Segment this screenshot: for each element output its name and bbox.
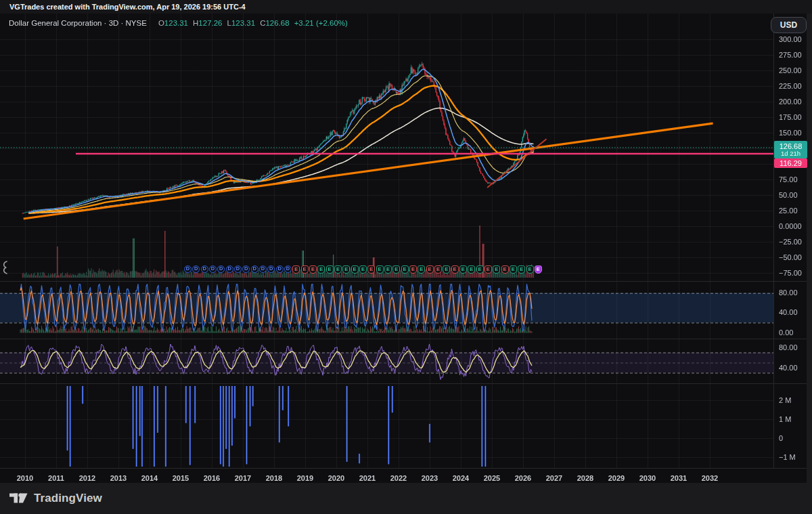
- axis-tick-label: 275.00: [779, 51, 802, 59]
- ohlc-letter: O: [158, 19, 164, 27]
- year-label: 2032: [696, 474, 723, 482]
- axis-tick-label: 250.00: [779, 66, 802, 74]
- axis-tick-label: 50.00: [779, 191, 798, 199]
- year-label: 2031: [665, 474, 692, 482]
- year-label: 2014: [136, 474, 163, 482]
- tradingview-logo-icon[interactable]: [9, 492, 28, 505]
- year-label: 2015: [167, 474, 194, 482]
- dividend-badge[interactable]: D: [251, 265, 258, 273]
- earnings-badge[interactable]: E: [334, 265, 342, 274]
- earnings-badge[interactable]: E: [376, 265, 384, 274]
- dividend-badge[interactable]: D: [242, 265, 250, 273]
- dividend-badge[interactable]: D: [259, 265, 267, 273]
- dividend-badge[interactable]: D: [209, 265, 217, 273]
- footer-bar: TradingView: [0, 483, 812, 514]
- earnings-badge[interactable]: E: [418, 265, 425, 274]
- earnings-badge[interactable]: E: [518, 265, 525, 274]
- year-label: 2020: [323, 474, 350, 482]
- year-label: 2022: [385, 474, 412, 482]
- earnings-badge[interactable]: E: [451, 265, 459, 274]
- year-label: 2012: [74, 474, 101, 482]
- axis-tick-label: 225.00: [779, 82, 802, 90]
- earnings-badge[interactable]: E: [535, 265, 542, 274]
- tradingview-brand[interactable]: TradingView: [34, 492, 102, 505]
- earnings-badge[interactable]: E: [468, 265, 475, 274]
- axis-tick-label: 80.00: [779, 288, 798, 297]
- axis-tick-label: 0.00: [779, 328, 793, 337]
- axis-tick-label: 75.00: [779, 175, 798, 184]
- dividend-badge[interactable]: D: [234, 265, 242, 273]
- bar-countdown: 1d 21h: [781, 150, 800, 157]
- earnings-badge[interactable]: E: [476, 265, 484, 274]
- earnings-badge[interactable]: E: [309, 265, 317, 274]
- earnings-badge[interactable]: E: [501, 265, 509, 274]
- symbol-title[interactable]: Dollar General Corporation · 3D · NYSE: [9, 19, 147, 27]
- dividend-badge[interactable]: D: [276, 265, 284, 273]
- year-label: 2021: [354, 474, 381, 482]
- axis-tick-label: 40.00: [779, 364, 798, 372]
- earnings-badge[interactable]: E: [426, 265, 434, 274]
- axis-tick-label: 80.00: [779, 343, 798, 351]
- earnings-badge[interactable]: E: [401, 265, 409, 274]
- axis-tick-label: −25.00: [779, 238, 802, 246]
- earnings-badge[interactable]: E: [342, 265, 350, 274]
- earnings-badge[interactable]: E: [443, 265, 450, 274]
- dividend-badge[interactable]: D: [217, 265, 225, 273]
- last-price-badge: 126.68 1d 21h: [774, 141, 807, 158]
- earnings-badge[interactable]: E: [367, 265, 375, 274]
- axis-tick-label: 0.0000: [779, 222, 802, 230]
- year-label: 2018: [261, 474, 288, 482]
- earnings-badge[interactable]: E: [409, 265, 417, 274]
- earnings-badge[interactable]: E: [526, 265, 534, 274]
- dividend-badge[interactable]: D: [192, 265, 200, 273]
- axis-tick-label: 2 M: [779, 396, 791, 404]
- axis-tick-label: 40.00: [779, 308, 798, 316]
- axis-tick-label: 1 M: [779, 415, 791, 423]
- earnings-badge[interactable]: E: [351, 265, 359, 274]
- axis-tick-label: −1 M: [779, 453, 796, 461]
- axis-tick-label: 300.00: [779, 35, 802, 43]
- year-label: 2030: [634, 474, 661, 482]
- tradingview-chart-page: VGTrades created with TradingView.com, A…: [0, 0, 812, 514]
- alert-price-badge: 116.29: [774, 158, 807, 168]
- price-chart-canvas[interactable]: [0, 14, 807, 483]
- dividend-badge[interactable]: D: [201, 265, 208, 273]
- ohlc-value: 123.31: [164, 19, 188, 27]
- dividend-badge[interactable]: D: [184, 265, 191, 273]
- earnings-badge[interactable]: E: [484, 265, 492, 274]
- earnings-badge[interactable]: E: [384, 265, 392, 274]
- dividend-badge[interactable]: D: [267, 265, 275, 273]
- earnings-badge[interactable]: E: [392, 265, 400, 274]
- year-label: 2010: [12, 474, 39, 482]
- earnings-badge[interactable]: E: [359, 265, 367, 274]
- year-label: 2025: [478, 474, 505, 482]
- time-axis[interactable]: 2010201120122013201420152016201720182019…: [0, 471, 807, 482]
- year-label: 2019: [292, 474, 319, 482]
- dividend-badge[interactable]: D: [226, 265, 233, 273]
- year-label: 2016: [198, 474, 225, 482]
- chart-area[interactable]: Dollar General Corporation · 3D · NYSEO1…: [0, 14, 807, 483]
- symbol-legend[interactable]: Dollar General Corporation · 3D · NYSEO1…: [9, 19, 348, 27]
- ohlc-value: 126.68: [265, 19, 289, 27]
- earnings-badge[interactable]: E: [459, 265, 467, 274]
- earnings-badge[interactable]: E: [317, 265, 325, 274]
- currency-button[interactable]: USD: [771, 17, 807, 33]
- event-badges-row: DDDDDDDDDDDDDEEEEEEEEEEEEEEEEEEEEEEEEEEE…: [0, 265, 807, 275]
- price-axis[interactable]: 300.00275.00250.00225.00200.00175.00150.…: [775, 14, 807, 483]
- earnings-badge[interactable]: E: [301, 265, 309, 274]
- year-label: 2013: [105, 474, 132, 482]
- axis-tick-label: 175.00: [779, 113, 802, 121]
- year-label: 2023: [416, 474, 443, 482]
- earnings-badge[interactable]: E: [434, 265, 442, 274]
- pane-collapse-icon[interactable]: [1, 260, 9, 275]
- ohlc-values: O123.31H127.26L123.31C126.68: [154, 19, 290, 27]
- earnings-badge[interactable]: E: [292, 265, 300, 274]
- axis-tick-label: 25.00: [779, 207, 798, 215]
- earnings-badge[interactable]: E: [510, 265, 517, 274]
- earnings-badge[interactable]: E: [326, 265, 334, 274]
- dividend-badge[interactable]: D: [284, 265, 292, 273]
- year-label: 2026: [510, 474, 537, 482]
- earnings-badge[interactable]: E: [493, 265, 500, 274]
- alert-price-value: 116.29: [780, 159, 802, 167]
- axis-tick-label: 150.00: [779, 129, 802, 137]
